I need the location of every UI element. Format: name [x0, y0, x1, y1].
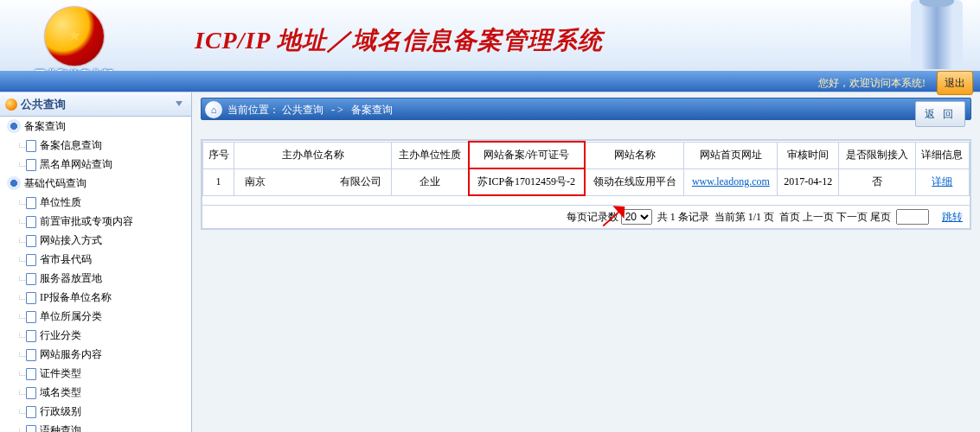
national-emblem-icon	[45, 7, 104, 66]
pillar-ornament-icon	[911, 0, 963, 69]
sidebar-item[interactable]: 单位性质	[0, 193, 191, 212]
logout-button[interactable]: 退出	[937, 71, 973, 95]
result-table: 序号主办单位名称主办单位性质网站备案/许可证号网站名称网站首页网址审核时间是否限…	[202, 141, 970, 196]
sidebar-item[interactable]: 网站接入方式	[0, 231, 191, 250]
sidebar-header[interactable]: 公共查询	[0, 92, 191, 117]
col-header: 审核时间	[778, 142, 839, 168]
sidebar: 公共查询 备案查询备案信息查询黑名单网站查询基础代码查询单位性质前置审批或专项内…	[0, 92, 192, 432]
cell-license: 苏ICP备17012459号-2	[469, 168, 585, 195]
sidebar-item[interactable]: 省市县代码	[0, 250, 191, 269]
sidebar-item[interactable]: 域名类型	[0, 383, 191, 402]
detail-link[interactable]: 详细	[932, 175, 952, 187]
col-header: 序号	[203, 142, 234, 168]
back-button[interactable]: 返 回	[915, 101, 965, 127]
sidebar-item[interactable]: 网站服务内容	[0, 345, 191, 364]
crumb-root[interactable]: 公共查询	[282, 104, 323, 116]
sidebar-item[interactable]: 行业分类	[0, 326, 191, 345]
sidebar-group[interactable]: 备案查询	[0, 117, 191, 136]
page-prev[interactable]: 上一页	[803, 211, 834, 223]
sidebar-item[interactable]: 证件类型	[0, 364, 191, 383]
main-content: ⌂ 当前位置： 公共查询 - > 备案查询 返 回 序号主办单位名称主办单位性质…	[192, 92, 980, 432]
welcome-text: 您好，欢迎访问本系统!	[818, 77, 926, 89]
sidebar-item[interactable]: 行政级别	[0, 402, 191, 421]
col-header: 网站首页网址	[684, 142, 778, 168]
breadcrumb: ⌂ 当前位置： 公共查询 - > 备案查询 返 回	[201, 98, 971, 120]
site-url-link[interactable]: www.leadong.com	[692, 175, 770, 187]
result-table-panel: 序号主办单位名称主办单位性质网站备案/许可证号网站名称网站首页网址审核时间是否限…	[201, 139, 971, 230]
page-jump-button[interactable]: 跳转	[942, 211, 963, 223]
sidebar-item[interactable]: 单位所属分类	[0, 307, 191, 326]
sidebar-item[interactable]: 前置审批或专项内容	[0, 212, 191, 231]
page-jump-input[interactable]	[896, 209, 929, 225]
page-next[interactable]: 下一页	[836, 211, 868, 223]
crumb-leaf: 备案查询	[351, 104, 393, 116]
cell-org: 南京有限公司	[234, 168, 392, 195]
welcome-bar: 您好，欢迎访问本系统! 退出	[0, 71, 980, 92]
col-header: 网站名称	[585, 142, 684, 168]
home-icon[interactable]: ⌂	[205, 101, 222, 118]
col-header: 主办单位性质	[392, 142, 469, 168]
chevron-down-icon	[176, 101, 183, 106]
sidebar-item[interactable]: IP报备单位名称	[0, 288, 191, 307]
col-header: 详细信息	[915, 142, 969, 168]
sidebar-item[interactable]: 黑名单网站查询	[0, 155, 191, 174]
page-first[interactable]: 首页	[779, 211, 800, 223]
header-banner: 工业和信息化部 ICP/IP 地址／域名信息备案管理系统 您好，欢迎访问本系统!…	[0, 0, 980, 92]
sidebar-item[interactable]: 服务器放置地	[0, 269, 191, 288]
system-title: ICP/IP 地址／域名信息备案管理系统	[195, 24, 603, 57]
sidebar-item[interactable]: 备案信息查询	[0, 136, 191, 155]
col-header: 主办单位名称	[234, 142, 392, 168]
col-header: 是否限制接入	[839, 142, 915, 168]
table-row: 1 南京有限公司 企业 苏ICP备17012459号-2 领动在线应用平台 ww…	[203, 168, 970, 195]
sidebar-group[interactable]: 基础代码查询	[0, 174, 191, 193]
sidebar-item[interactable]: 语种查询	[0, 421, 191, 432]
page-last[interactable]: 尾页	[870, 211, 891, 223]
col-header: 网站备案/许可证号	[469, 142, 585, 168]
